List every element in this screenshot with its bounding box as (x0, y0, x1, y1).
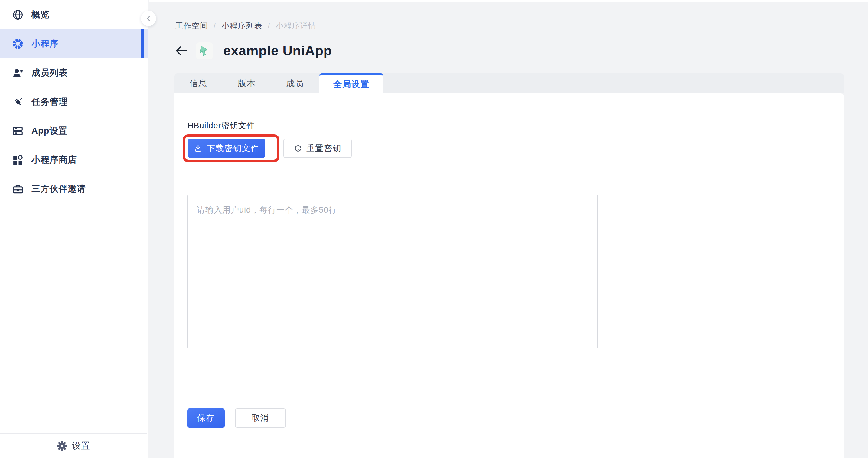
breadcrumb-separator: / (268, 21, 270, 31)
briefcase-icon (12, 183, 24, 195)
hbuilder-key-label: HBuilder密钥文件 (187, 120, 255, 131)
store-icon (12, 154, 24, 166)
reset-key-button[interactable]: 重置密钥 (283, 139, 352, 158)
breadcrumb: 工作空间 / 小程序列表 / 小程序详情 (176, 21, 316, 31)
main-area: 工作空间 / 小程序列表 / 小程序详情 example UniApp (149, 0, 868, 458)
chevron-left-icon (145, 15, 152, 22)
globe-icon (12, 9, 24, 21)
breadcrumb-miniapp-list[interactable]: 小程序列表 (221, 21, 262, 31)
tab-members[interactable]: 成员 (271, 73, 319, 93)
sidebar-item-label: 概览 (31, 9, 50, 21)
sidebar-item-label: 小程序商店 (31, 154, 77, 166)
sidebar-item-label: 任务管理 (31, 96, 68, 108)
sidebar-footer-label: 设置 (72, 440, 90, 452)
sidebar-item-app-settings[interactable]: App设置 (0, 117, 148, 146)
breadcrumb-workspace[interactable]: 工作空间 (176, 21, 208, 31)
sidebar: 概览 小程序 成员 (0, 0, 148, 458)
cancel-label: 取消 (252, 413, 269, 424)
sidebar-item-settings[interactable]: 设置 (0, 433, 147, 458)
sidebar-collapse-button[interactable] (141, 11, 156, 26)
refresh-icon (294, 144, 303, 153)
sidebar-item-label: 三方伙伴邀请 (31, 183, 86, 195)
breadcrumb-miniapp-detail: 小程序详情 (276, 21, 316, 31)
page-header: example UniApp (174, 42, 332, 59)
save-button[interactable]: 保存 (187, 408, 225, 428)
miniapp-icon (12, 38, 24, 50)
sidebar-item-label: App设置 (31, 125, 67, 137)
whitelist-textarea[interactable] (187, 195, 598, 348)
sidebar-item-partner-invite[interactable]: 三方伙伴邀请 (0, 175, 148, 204)
tab-global-settings[interactable]: 全局设置 (319, 73, 383, 93)
sidebar-item-members[interactable]: 成员列表 (0, 58, 148, 87)
global-settings-panel: HBuilder密钥文件 下载密钥文件 (174, 93, 844, 458)
sidebar-item-miniapp[interactable]: 小程序 (0, 29, 148, 58)
save-label: 保存 (197, 413, 215, 424)
download-key-label: 下载密钥文件 (207, 143, 259, 154)
sidebar-nav: 概览 小程序 成员 (0, 0, 148, 204)
tab-versions[interactable]: 版本 (223, 73, 271, 93)
server-icon (12, 125, 24, 137)
plug-icon (12, 96, 24, 108)
reset-key-label: 重置密钥 (306, 143, 341, 154)
tab-bar: 信息 版本 成员 全局设置 (174, 73, 844, 93)
sidebar-item-overview[interactable]: 概览 (0, 0, 148, 29)
app-logo (196, 42, 213, 59)
gear-icon (57, 441, 67, 451)
sidebar-item-tasks[interactable]: 任务管理 (0, 87, 148, 117)
page-title: example UniApp (223, 43, 332, 59)
app-window: 概览 小程序 成员 (0, 0, 868, 458)
download-icon (193, 144, 203, 153)
cancel-button[interactable]: 取消 (235, 408, 286, 428)
top-divider (149, 0, 868, 1)
sidebar-item-store[interactable]: 小程序商店 (0, 146, 148, 175)
green-cursor-icon (198, 45, 211, 57)
member-add-icon (12, 67, 24, 79)
download-key-button[interactable]: 下载密钥文件 (188, 139, 265, 158)
sidebar-item-label: 成员列表 (31, 67, 68, 79)
tab-info[interactable]: 信息 (174, 73, 223, 93)
sidebar-item-label: 小程序 (31, 38, 59, 50)
breadcrumb-separator: / (214, 21, 216, 31)
back-button[interactable] (174, 43, 189, 58)
